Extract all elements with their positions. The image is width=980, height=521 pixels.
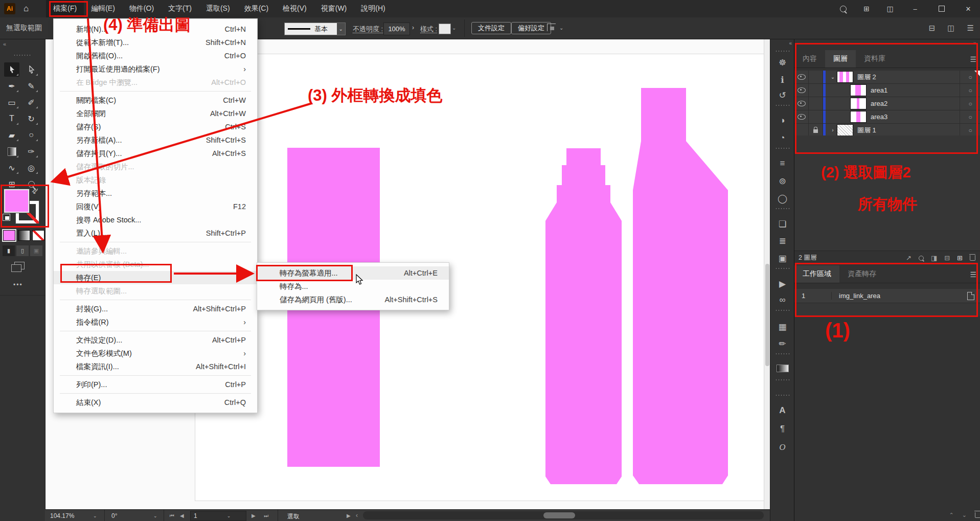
menu-item-2[interactable]: 物件(O) xyxy=(122,0,161,17)
lock-cell[interactable] xyxy=(809,84,823,97)
stroke-style-dropdown[interactable]: 基本 ⌄ xyxy=(284,22,346,35)
horizontal-scrollbar[interactable] xyxy=(363,511,764,519)
rotation-dropdown-icon[interactable]: ⌄ xyxy=(153,513,157,518)
color-guide-panel-icon[interactable]: ◔ xyxy=(770,133,794,143)
gradient-tool[interactable] xyxy=(4,144,19,158)
lock-cell[interactable] xyxy=(809,124,823,137)
restore-button[interactable] xyxy=(935,6,948,12)
artboard-row[interactable]: 1 img_link_area xyxy=(794,289,980,303)
dock-group-handle[interactable] xyxy=(775,353,790,355)
dock-group-handle[interactable] xyxy=(775,50,790,52)
draw-inside-button[interactable]: ▣ xyxy=(30,245,42,256)
layer-row-area3[interactable]: area3○ xyxy=(794,110,980,124)
menu-item-指令檔(R)[interactable]: 指令檔(R)› xyxy=(54,315,257,329)
pen-tool[interactable]: ✒ xyxy=(4,79,19,93)
collapse-panel-icon[interactable]: » xyxy=(973,40,976,46)
collect-for-export-icon[interactable]: ↗ xyxy=(906,254,911,262)
color-panel-icon[interactable]: ◑ xyxy=(770,116,794,126)
next-artboard-icon[interactable]: ▶ xyxy=(252,513,256,518)
menu-item-8[interactable]: 說明(H) xyxy=(354,0,392,17)
menu-item-文件色彩模式(M)[interactable]: 文件色彩模式(M)› xyxy=(54,347,257,360)
dock-group-handle[interactable] xyxy=(775,379,790,381)
menu-item-邀請參與編輯...[interactable]: 邀請參與編輯... xyxy=(54,244,257,258)
menu-item-結束(X)[interactable]: 結束(X)Ctrl+Q xyxy=(54,396,257,409)
expand-dock-icon[interactable]: « xyxy=(789,40,792,46)
style-label[interactable]: 樣式 : xyxy=(420,25,437,34)
artboard-navigation-field[interactable]: 1 ⌄ xyxy=(190,511,246,521)
menu-item-4[interactable]: 選取(S) xyxy=(199,0,237,17)
target-circle-icon[interactable]: ○ xyxy=(960,97,980,110)
make-clipping-mask-icon[interactable]: ◨ xyxy=(931,254,937,262)
gradient-panel-icon[interactable] xyxy=(770,365,794,375)
artboard-page-icon[interactable] xyxy=(967,292,974,300)
menu-item-封裝(G)...[interactable]: 封裝(G)...Alt+Shift+Ctrl+P xyxy=(54,302,257,315)
rectangle-tool[interactable]: ▭ xyxy=(4,95,19,109)
align-to-pixel-icon[interactable] xyxy=(547,24,556,31)
appearance-panel-icon[interactable]: ◯ xyxy=(770,193,794,204)
artboards-panel-menu-icon[interactable]: ☰ xyxy=(970,270,976,279)
move-up-icon[interactable]: ⌃ xyxy=(949,512,954,518)
menu-item-列印(P)...[interactable]: 列印(P)...Ctrl+P xyxy=(54,378,257,391)
tab-內容[interactable]: 內容 xyxy=(794,50,825,67)
move-down-icon[interactable]: ⌄ xyxy=(962,512,967,518)
document-setup-button[interactable]: 文件設定 xyxy=(471,22,511,34)
dock-group-handle[interactable] xyxy=(775,208,790,210)
lock-cell[interactable] xyxy=(809,97,823,110)
rotate-tool[interactable]: ↻ xyxy=(24,111,39,126)
opentype-panel-icon[interactable]: O xyxy=(770,442,794,452)
control-menu-icon[interactable]: ☰ xyxy=(967,24,974,33)
artboards-panel-icon[interactable]: ❏ xyxy=(770,219,794,230)
opacity-more-icon[interactable]: › xyxy=(412,24,414,31)
menu-item-關閉檔案(C)[interactable]: 關閉檔案(C)Ctrl+W xyxy=(54,94,257,107)
pink-bottle-small[interactable] xyxy=(545,148,622,484)
layer-thumbnail[interactable] xyxy=(850,111,867,123)
panel-layout-icon[interactable]: ◫ xyxy=(947,24,954,33)
lock-icon[interactable] xyxy=(813,129,818,133)
properties-panel-icon[interactable]: ☸ xyxy=(770,57,794,68)
curvature-tool[interactable]: ✎ xyxy=(24,79,39,93)
previous-artboard-icon[interactable]: ◀ xyxy=(180,513,184,518)
new-sublayer-icon[interactable]: ⊟ xyxy=(944,254,950,262)
eraser-tool[interactable]: ▰ xyxy=(4,128,19,142)
zoom-level[interactable]: 104.17% xyxy=(50,512,74,519)
tab-資料庫[interactable]: 資料庫 xyxy=(856,50,894,67)
dock-group-handle[interactable] xyxy=(775,309,790,311)
menu-item-回復(V)[interactable]: 回復(V)F12 xyxy=(54,200,257,213)
gradient-button[interactable] xyxy=(18,230,30,241)
eye-icon[interactable] xyxy=(797,114,806,120)
menu-item-儲存為網頁用 (舊版)...[interactable]: 儲存為網頁用 (舊版)...Alt+Shift+Ctrl+S xyxy=(257,293,449,306)
minimize-button[interactable]: – xyxy=(908,5,922,13)
direct-selection-tool[interactable] xyxy=(24,62,39,77)
draw-behind-button[interactable]: ▯ xyxy=(16,245,29,256)
draw-normal-button[interactable]: ▮ xyxy=(3,245,15,256)
menu-item-從範本新增(T)...[interactable]: 從範本新增(T)...Shift+Ctrl+N xyxy=(54,36,257,49)
stroke-panel-icon[interactable]: ≡ xyxy=(770,158,794,169)
menu-item-轉存選取範圍...[interactable]: 轉存選取範圍... xyxy=(54,284,257,298)
first-artboard-icon[interactable]: ⏮ xyxy=(170,513,174,519)
chevron-down-icon[interactable]: ⌄ xyxy=(452,25,456,31)
eye-icon[interactable] xyxy=(797,101,806,106)
menu-item-搜尋 Adobe Stock...[interactable]: 搜尋 Adobe Stock... xyxy=(54,213,257,226)
collapse-toolbar-icon[interactable]: « xyxy=(3,41,6,47)
layer-thumbnail[interactable] xyxy=(837,71,853,83)
search-icon[interactable] xyxy=(838,6,848,12)
layer-name[interactable]: 圖層 1 xyxy=(857,126,876,135)
new-layer-icon[interactable]: ⊞ xyxy=(957,254,963,262)
swatches-panel-icon[interactable]: ▦ xyxy=(770,322,794,332)
target-circle-icon[interactable]: ○ xyxy=(960,110,980,123)
opacity-field[interactable]: 100% xyxy=(383,22,410,35)
menu-item-另存新檔(A)...[interactable]: 另存新檔(A)...Shift+Ctrl+S xyxy=(54,133,257,147)
dock-group-handle[interactable] xyxy=(775,267,790,269)
layer-thumbnail[interactable] xyxy=(850,84,867,96)
chevron-icon[interactable]: ⌄ xyxy=(829,74,837,80)
swap-fill-stroke-icon[interactable]: ⇄ xyxy=(30,186,39,195)
arrange-documents-icon[interactable]: ⊞ xyxy=(861,5,872,13)
transparency-panel-icon[interactable]: ⊚ xyxy=(770,176,794,187)
layer-row-area1[interactable]: area1○ xyxy=(794,84,980,97)
menu-item-5[interactable]: 效果(C) xyxy=(237,0,276,17)
layers-panel-menu-icon[interactable]: ☰ xyxy=(970,55,976,63)
delete-artboard-icon[interactable] xyxy=(975,512,980,518)
color-button[interactable] xyxy=(3,230,15,241)
lock-cell[interactable] xyxy=(809,71,823,83)
paragraph-panel-icon[interactable]: ¶ xyxy=(770,424,794,434)
